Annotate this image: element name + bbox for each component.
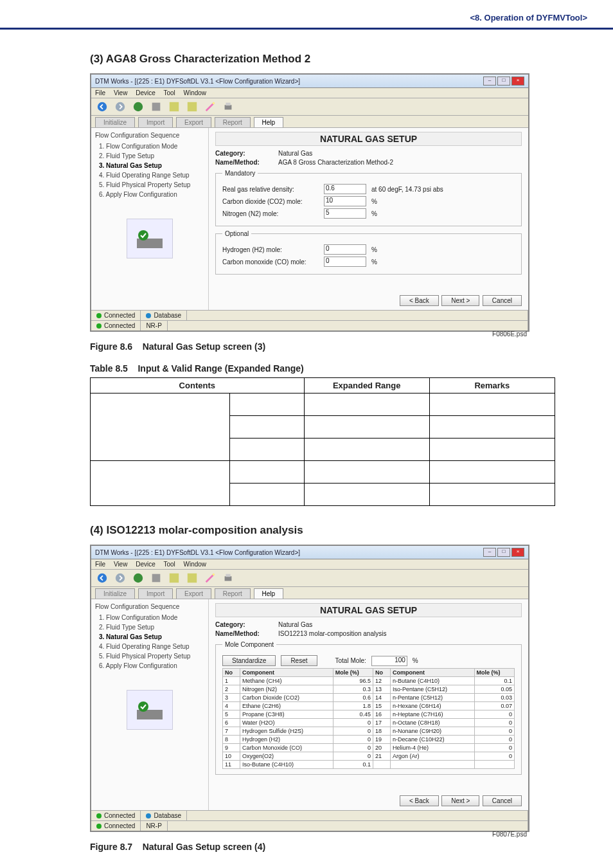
back-button[interactable]: < Back [400,295,439,306]
tab-import-2[interactable]: Import [138,588,173,599]
table-row[interactable]: 4Ethane (C2H6)1.815n-Hexane (C6H14)0.07 [223,702,515,710]
wizard-step-3b[interactable]: 3. Natural Gas Setup [95,632,204,642]
print-icon-2[interactable] [221,572,235,584]
close-icon-2[interactable]: × [511,548,524,557]
menu-window[interactable]: Window [184,89,207,96]
table-row[interactable]: 3Carbon Dioxide (CO2)0.614n-Pentane (C5H… [223,694,515,702]
menu-tool-2[interactable]: Tool [163,561,175,568]
db-icon-2 [146,813,151,818]
tab-report-2[interactable]: Report [215,588,251,599]
tool-icon-2[interactable] [185,100,199,113]
table-row[interactable]: 10Oxygen(O2)021Argon (Ar)0 [223,752,515,761]
menu-file[interactable]: File [95,89,105,96]
table-row[interactable]: 8Hydrogen (H2)019n-Decane (C10H22)0 [223,736,515,744]
svg-rect-3 [152,103,161,111]
svg-point-1 [116,102,125,111]
nav-back-icon-2[interactable] [95,572,109,584]
wizard-step-3[interactable]: 3. Natural Gas Setup [95,161,204,170]
n2-input[interactable]: 5 [324,208,366,219]
cancel-button-2[interactable]: Cancel [483,795,522,806]
wizard-main: NATURAL GAS SETUP Category: Natural Gas … [209,128,528,310]
status-bar-4: Connected NR-P [91,820,528,831]
table-row[interactable]: 2Nitrogen (N2)0.313Iso-Pentane (C5H12)0.… [223,685,515,694]
tab-help-2[interactable]: Help [254,588,284,599]
connected-icon [96,313,102,318]
menu-file-2[interactable]: File [95,561,105,568]
table-row[interactable]: 1Methane (CH4)96.512n-Butane (C4H10)0.1 [223,677,515,685]
menu-device-2[interactable]: Device [136,561,155,568]
component-table[interactable]: NoComponentMole (%)NoComponentMole (%)1M… [222,668,515,769]
table-row[interactable]: 11Iso-Butane (C4H10)0.1 [223,761,515,769]
mandatory-fieldset: Mandatory Real gas relative density:0.6a… [215,170,522,226]
stop-icon[interactable] [149,100,163,113]
tool-icon-1[interactable] [167,100,181,113]
co2-input[interactable]: 10 [324,196,366,206]
next-button-2[interactable]: Next > [441,795,479,806]
maximize-icon-2[interactable]: □ [497,548,510,557]
svg-point-17 [213,574,215,576]
tab-initialize[interactable]: Initialize [95,117,135,127]
globe-icon-2[interactable] [131,572,145,584]
panel-title: NATURAL GAS SETUP [215,132,522,146]
svg-rect-19 [226,574,230,577]
stop-icon-2[interactable] [149,572,163,584]
tab-export[interactable]: Export [176,117,211,127]
standardize-button[interactable]: Standardize [222,655,276,666]
minimize-icon-2[interactable]: – [483,548,496,557]
table-row[interactable]: 6Water (H2O)017n-Octane (C8H18)0 [223,719,515,727]
wizard-step-4b[interactable]: 4. Fluid Operating Range Setup [95,642,204,651]
nav-fwd-icon-2[interactable] [113,572,127,584]
nav-back-icon[interactable] [95,100,109,113]
menu-window-2[interactable]: Window [184,561,207,568]
tool-icon-1b[interactable] [167,572,181,584]
wizard-sidebar: Flow Configuration Sequence 1. Flow Conf… [91,128,209,310]
menu-view[interactable]: View [114,89,128,96]
density-input[interactable]: 0.6 [324,184,366,194]
back-button-2[interactable]: < Back [400,795,439,806]
fig86-filenum: F0806E.psd [90,330,527,338]
table-row[interactable]: 5Propane (C3H8)0.4516n-Heptane (C7H16)0 [223,710,515,719]
svg-rect-7 [225,105,232,109]
print-icon[interactable] [221,100,235,113]
wizard-step-5b[interactable]: 5. Fluid Physical Property Setup [95,651,204,661]
h2-input[interactable]: 0 [324,244,366,255]
menu-tool[interactable]: Tool [163,89,175,96]
tool-icon-2b[interactable] [185,572,199,584]
table-row[interactable]: 9Carbon Monoxide (CO)020Helium-4 (He)0 [223,744,515,752]
table-row[interactable]: 7Hydrogen Sulfide (H2S)018n-Nonane (C9H2… [223,727,515,736]
tab-report[interactable]: Report [215,117,251,127]
section-4-title: (4) ISO12213 molar-composition analysis [90,524,555,537]
total-mole-value: 100 [371,656,407,666]
wizard-step-5[interactable]: 5. Fluid Physical Property Setup [95,180,204,190]
wizard-icon-2[interactable] [203,572,217,584]
wizard-step-1b[interactable]: 1. Flow Configuration Mode [95,613,204,622]
reset-button[interactable]: Reset [281,655,317,666]
wizard-step-6b[interactable]: 6. Apply Flow Configuration [95,661,204,671]
next-button[interactable]: Next > [441,295,479,306]
tab-import[interactable]: Import [138,117,173,127]
tab-export-2[interactable]: Export [176,588,211,599]
th-range: Expanded Range [304,378,429,393]
tab-help[interactable]: Help [254,117,284,127]
density-label: Real gas relative density: [222,186,319,193]
menu-view-2[interactable]: View [114,561,128,568]
nav-fwd-icon[interactable] [113,100,127,113]
wizard-icon[interactable] [203,100,217,113]
wizard-step-2[interactable]: 2. Fluid Type Setup [95,151,204,161]
cancel-button[interactable]: Cancel [483,295,522,306]
menu-device[interactable]: Device [136,89,155,96]
minimize-icon[interactable]: – [483,77,496,86]
wizard-step-1[interactable]: 1. Flow Configuration Mode [95,141,204,151]
globe-icon[interactable] [131,100,145,113]
maximize-icon[interactable]: □ [497,77,510,86]
wizard-step-2b[interactable]: 2. Fluid Type Setup [95,622,204,632]
wizard-step-6[interactable]: 6. Apply Flow Configuration [95,190,204,199]
optional-fieldset: Optional Hydrogen (H2) mole:0% Carbon mo… [215,230,522,275]
wizard-step-4[interactable]: 4. Fluid Operating Range Setup [95,170,204,180]
toolbar [91,98,528,116]
svg-point-21 [138,701,148,712]
h2-unit: % [371,246,377,253]
close-icon[interactable]: × [511,77,524,86]
tab-initialize-2[interactable]: Initialize [95,588,135,599]
co-input[interactable]: 0 [324,257,366,267]
